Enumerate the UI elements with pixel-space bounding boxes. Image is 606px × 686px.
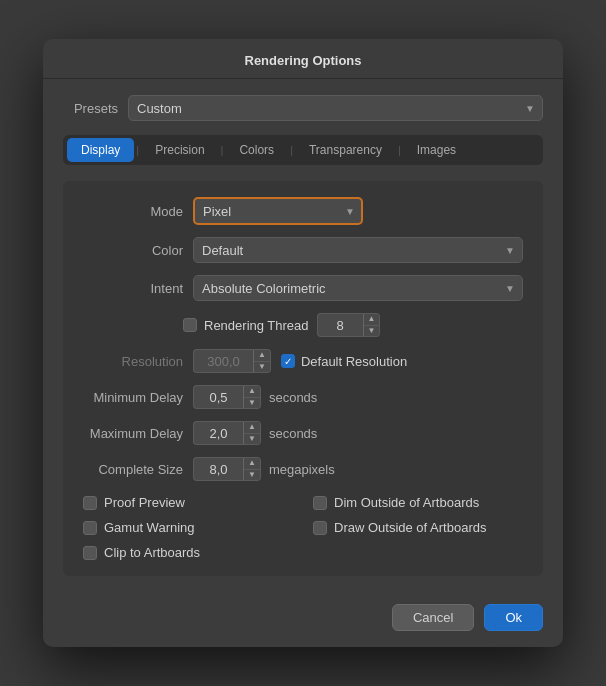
content-area: Mode Pixel Default High Quality ▼ Color … (63, 181, 543, 576)
rendering-thread-input[interactable] (317, 313, 363, 337)
gamut-warning-label: Gamut Warning (104, 520, 195, 535)
intent-label: Intent (83, 281, 183, 296)
clip-to-artboards-label: Clip to Artboards (104, 545, 200, 560)
tabs-bar: Display | Precision | Colors | Transpare… (63, 135, 543, 165)
draw-outside-item: Draw Outside of Artboards (313, 520, 523, 535)
minimum-delay-unit: seconds (269, 390, 317, 405)
complete-size-row: Complete Size ▲ ▼ megapixels (83, 457, 523, 481)
default-resolution-checkbox[interactable]: ✓ (281, 354, 295, 368)
dim-outside-item: Dim Outside of Artboards (313, 495, 523, 510)
rendering-thread-stepper: ▲ ▼ (317, 313, 381, 337)
mode-select[interactable]: Pixel Default High Quality (193, 197, 363, 225)
color-label: Color (83, 243, 183, 258)
clip-to-artboards-item: Clip to Artboards (83, 545, 293, 560)
complete-size-input[interactable] (193, 457, 243, 481)
resolution-input[interactable] (193, 349, 253, 373)
maximum-delay-stepper: ▲ ▼ (193, 421, 261, 445)
maximum-delay-increment[interactable]: ▲ (244, 422, 260, 434)
rendering-thread-decrement[interactable]: ▼ (364, 326, 380, 337)
mode-select-wrapper: Pixel Default High Quality ▼ (193, 197, 363, 225)
minimum-delay-input[interactable] (193, 385, 243, 409)
ok-button[interactable]: Ok (484, 604, 543, 631)
maximum-delay-unit: seconds (269, 426, 317, 441)
dim-outside-checkbox[interactable] (313, 496, 327, 510)
minimum-delay-label: Minimum Delay (83, 390, 183, 405)
tab-images[interactable]: Images (403, 138, 470, 162)
gamut-warning-checkbox[interactable] (83, 521, 97, 535)
complete-size-stepper-buttons: ▲ ▼ (243, 457, 261, 481)
intent-row: Intent Absolute Colorimetric Perceptual … (83, 275, 523, 301)
presets-label: Presets (63, 101, 118, 116)
intent-select-wrapper: Absolute Colorimetric Perceptual Saturat… (193, 275, 523, 301)
presets-select-wrapper: Custom ▼ (128, 95, 543, 121)
tab-colors[interactable]: Colors (225, 138, 288, 162)
resolution-increment[interactable]: ▲ (254, 350, 270, 362)
maximum-delay-row: Maximum Delay ▲ ▼ seconds (83, 421, 523, 445)
draw-outside-checkbox[interactable] (313, 521, 327, 535)
rendering-options-dialog: Rendering Options Presets Custom ▼ Displ… (43, 39, 563, 647)
tab-transparency[interactable]: Transparency (295, 138, 396, 162)
color-select-wrapper: Default ▼ (193, 237, 523, 263)
maximum-delay-label: Maximum Delay (83, 426, 183, 441)
mode-row: Mode Pixel Default High Quality ▼ (83, 197, 523, 225)
color-select[interactable]: Default (193, 237, 523, 263)
complete-size-unit: megapixels (269, 462, 335, 477)
minimum-delay-stepper: ▲ ▼ (193, 385, 261, 409)
complete-size-stepper: ▲ ▼ (193, 457, 261, 481)
resolution-decrement[interactable]: ▼ (254, 362, 270, 373)
minimum-delay-decrement[interactable]: ▼ (244, 398, 260, 409)
proof-preview-checkbox[interactable] (83, 496, 97, 510)
maximum-delay-decrement[interactable]: ▼ (244, 434, 260, 445)
proof-preview-label: Proof Preview (104, 495, 185, 510)
dialog-title: Rendering Options (43, 39, 563, 79)
maximum-delay-input[interactable] (193, 421, 243, 445)
clip-to-artboards-checkbox[interactable] (83, 546, 97, 560)
complete-size-increment[interactable]: ▲ (244, 458, 260, 470)
complete-size-label: Complete Size (83, 462, 183, 477)
rendering-thread-checkbox[interactable] (183, 318, 197, 332)
dim-outside-label: Dim Outside of Artboards (334, 495, 479, 510)
color-row: Color Default ▼ (83, 237, 523, 263)
resolution-label: Resolution (83, 354, 183, 369)
resolution-stepper-buttons: ▲ ▼ (253, 349, 271, 373)
rendering-thread-stepper-buttons: ▲ ▼ (363, 313, 381, 337)
draw-outside-label: Draw Outside of Artboards (334, 520, 486, 535)
intent-select[interactable]: Absolute Colorimetric Perceptual Saturat… (193, 275, 523, 301)
mode-label: Mode (83, 204, 183, 219)
rendering-thread-check-item: Rendering Thread (183, 318, 309, 333)
complete-size-decrement[interactable]: ▼ (244, 470, 260, 481)
gamut-warning-item: Gamut Warning (83, 520, 293, 535)
proof-preview-item: Proof Preview (83, 495, 293, 510)
maximum-delay-stepper-buttons: ▲ ▼ (243, 421, 261, 445)
resolution-row: Resolution ▲ ▼ ✓ Default Resolution (83, 349, 523, 373)
minimum-delay-increment[interactable]: ▲ (244, 386, 260, 398)
rendering-thread-label: Rendering Thread (204, 318, 309, 333)
presets-select[interactable]: Custom (128, 95, 543, 121)
rendering-thread-increment[interactable]: ▲ (364, 314, 380, 326)
minimum-delay-row: Minimum Delay ▲ ▼ seconds (83, 385, 523, 409)
dialog-footer: Cancel Ok (43, 592, 563, 647)
checkboxes-section: Proof Preview Dim Outside of Artboards G… (83, 495, 523, 560)
cancel-button[interactable]: Cancel (392, 604, 474, 631)
tab-display[interactable]: Display (67, 138, 134, 162)
tab-precision[interactable]: Precision (141, 138, 218, 162)
presets-row: Presets Custom ▼ (63, 95, 543, 121)
resolution-stepper: ▲ ▼ (193, 349, 271, 373)
minimum-delay-stepper-buttons: ▲ ▼ (243, 385, 261, 409)
default-resolution-label: Default Resolution (301, 354, 407, 369)
rendering-thread-row: Rendering Thread ▲ ▼ (83, 313, 523, 337)
dialog-body: Presets Custom ▼ Display | Precision | C… (43, 79, 563, 592)
